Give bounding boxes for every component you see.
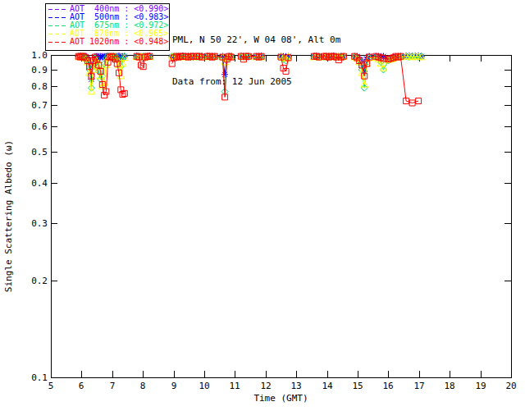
- x-tick-label: 7: [110, 381, 116, 391]
- y-tick-label: 0.7: [31, 100, 48, 111]
- x-tick-label: 18: [444, 381, 454, 391]
- x-tick-label: 6: [79, 381, 84, 391]
- y-tick-label: 0.2: [31, 276, 48, 286]
- date-subtitle: Data from: 12 Jun 2005: [172, 75, 340, 89]
- legend-box: AOT 400nm : <0.990>AOT 500nm : <0.983>AO…: [45, 3, 170, 51]
- x-tick-label: 20: [505, 381, 516, 391]
- x-tick-label: 13: [290, 381, 301, 391]
- x-tick-label: 19: [475, 381, 486, 391]
- legend-item-1020nm: AOT 1020nm : <0.948>: [48, 38, 167, 46]
- y-tick-label: 1.0: [31, 50, 48, 61]
- y-tick-label: 0.5: [31, 147, 48, 158]
- legend-dash-sample: [48, 34, 66, 34]
- x-tick-label: 9: [171, 381, 177, 391]
- legend-dash-sample: [48, 42, 66, 43]
- y-tick-label: 0.8: [31, 81, 48, 92]
- y-tick-label: 0.1: [31, 372, 48, 383]
- x-tick-label: 12: [260, 381, 271, 391]
- y-tick-label: 0.6: [31, 121, 48, 132]
- x-tick-label: 15: [352, 381, 363, 391]
- title-block: PML, N 50 22', W 04 08', Alt 0m Data fro…: [172, 5, 340, 116]
- y-tick-label: 0.3: [31, 218, 48, 229]
- x-tick-label: 11: [229, 381, 240, 391]
- legend-label: AOT 1020nm : <0.948>: [70, 38, 168, 46]
- x-tick-label: 17: [413, 381, 424, 391]
- y-tick-label: 0.4: [31, 178, 48, 189]
- legend-dash-sample: [48, 9, 66, 10]
- legend-dash-sample: [48, 17, 66, 18]
- ssa-plot-page: 5678910111213141516171819201.00.90.80.70…: [0, 0, 525, 420]
- x-axis-label: Time (GMT): [253, 393, 308, 404]
- site-title: PML, N 50 22', W 04 08', Alt 0m: [172, 33, 340, 47]
- legend-dash-sample: [48, 25, 66, 26]
- x-tick-label: 10: [199, 381, 209, 391]
- x-tick-label: 8: [140, 381, 146, 391]
- y-axis-label: Single Scattering Albedo (ω): [3, 140, 14, 292]
- x-tick-label: 16: [382, 381, 393, 391]
- x-tick-label: 14: [322, 381, 333, 391]
- x-tick-label: 5: [48, 381, 54, 391]
- y-tick-label: 0.9: [31, 65, 48, 75]
